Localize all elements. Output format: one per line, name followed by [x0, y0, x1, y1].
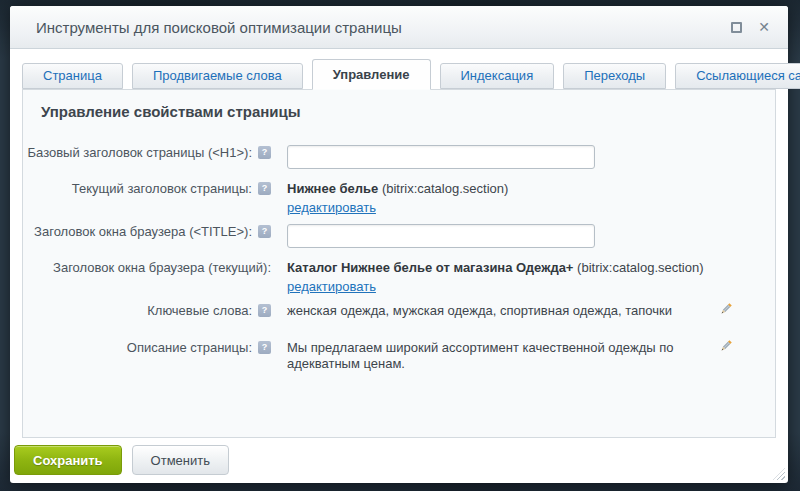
tab-page[interactable]: Страница	[22, 63, 123, 89]
page-properties-form: Базовый заголовок страницы (<H1>): ? Тек…	[23, 141, 775, 372]
current-title-value: Нижнее белье	[287, 181, 378, 196]
help-icon[interactable]: ?	[258, 182, 271, 195]
field-label: Описание страницы: ?	[23, 336, 271, 355]
dialog-titlebar[interactable]: Инструменты для поисковой оптимизации ст…	[10, 6, 788, 49]
title-input[interactable]	[287, 224, 595, 248]
save-button[interactable]: Сохранить	[14, 445, 122, 475]
component-name: (bitrix:catalog.section)	[378, 181, 508, 196]
tab-management[interactable]: Управление	[312, 59, 431, 90]
form-row-description: Описание страницы: ? Мы предлагаем широк…	[23, 336, 775, 372]
current-browser-title-value: Каталог Нижнее белье от магазина Одежда+	[287, 260, 573, 275]
dialog-title: Инструменты для поисковой оптимизации ст…	[36, 19, 731, 36]
cancel-button[interactable]: Отменить	[132, 445, 229, 475]
description-value: Мы предлагаем широкий ассортимент качест…	[271, 336, 719, 372]
field-label: Заголовок окна браузера (<TITLE>): ?	[23, 220, 271, 239]
tab-promoted-words[interactable]: Продвигаемые слова	[132, 63, 303, 89]
seo-tools-dialog: Инструменты для поисковой оптимизации ст…	[10, 6, 788, 483]
field-label: Базовый заголовок страницы (<H1>): ?	[23, 141, 271, 160]
tab-indexing[interactable]: Индексация	[440, 63, 555, 89]
maximize-icon[interactable]	[731, 22, 742, 33]
tab-referring-sites[interactable]: Ссылающиеся сайты	[675, 63, 800, 89]
help-icon[interactable]: ?	[258, 225, 271, 238]
tab-transitions[interactable]: Переходы	[563, 63, 666, 89]
help-icon[interactable]: ?	[258, 304, 271, 317]
edit-pencil-icon[interactable]	[719, 302, 733, 320]
edit-link[interactable]: редактировать	[287, 200, 376, 216]
edit-link[interactable]: редактировать	[287, 279, 376, 295]
dialog-footer: Сохранить Отменить	[10, 443, 788, 483]
close-icon[interactable]: ✕	[758, 20, 770, 34]
form-row-keywords: Ключевые слова: ? женская одежда, мужска…	[23, 299, 775, 320]
panel-heading: Управление свойствами страницы	[23, 90, 775, 120]
form-row-title: Заголовок окна браузера (<TITLE>): ?	[23, 220, 775, 248]
tab-strip: Страница Продвигаемые слова Управление И…	[10, 49, 788, 89]
field-label: Ключевые слова: ?	[23, 299, 271, 318]
help-icon[interactable]: ?	[258, 146, 271, 159]
edit-pencil-icon[interactable]	[719, 339, 733, 357]
management-panel: Управление свойствами страницы Базовый з…	[22, 89, 776, 438]
form-row-current-title: Текущий заголовок страницы: ? Нижнее бел…	[23, 177, 775, 216]
keywords-value: женская одежда, мужская одежда, спортивн…	[271, 299, 719, 319]
form-row-h1: Базовый заголовок страницы (<H1>): ?	[23, 141, 775, 169]
component-name: (bitrix:catalog.section)	[573, 260, 703, 275]
h1-input[interactable]	[287, 145, 595, 169]
help-icon[interactable]: ?	[258, 341, 271, 354]
window-controls: ✕	[731, 20, 770, 34]
field-label: Текущий заголовок страницы: ?	[23, 177, 271, 196]
form-row-current-browser-title: Заголовок окна браузера (текущий): Катал…	[23, 256, 775, 295]
field-label: Заголовок окна браузера (текущий):	[23, 256, 271, 275]
